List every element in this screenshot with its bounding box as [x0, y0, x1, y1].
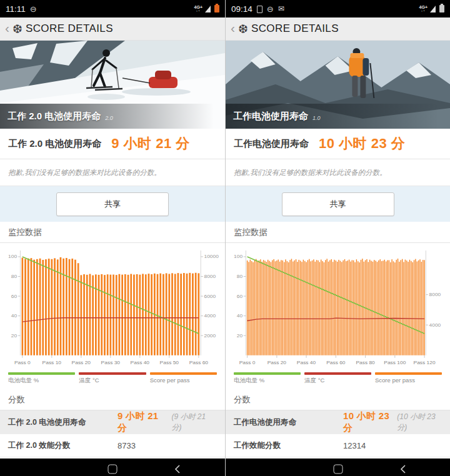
network-4g-icon: 4G+↓↑	[419, 5, 428, 12]
score-row-value-secondary: (10 小时 23 分)	[397, 412, 442, 433]
svg-text:Pass 40: Pass 40	[297, 360, 316, 365]
score-banner-value: 10 小时 23 分	[319, 134, 405, 153]
monitoring-section-title: 监控数据	[0, 222, 225, 243]
signal-strength-icon	[430, 6, 436, 12]
hero-image-ski: 工作 2.0 电池使用寿命 2.0	[0, 41, 225, 129]
battery-icon	[214, 5, 219, 12]
share-button[interactable]: 共享	[56, 192, 169, 216]
share-button[interactable]: 共享	[282, 192, 394, 216]
signal-strength-icon	[205, 6, 211, 12]
svg-text:Pass 30: Pass 30	[101, 360, 121, 365]
legend-temp: 温度 °C	[304, 372, 371, 390]
legend-battery: 电池电量 %	[234, 372, 301, 390]
legend-temp-swatch	[304, 372, 371, 375]
legend-temp: 温度 °C	[79, 372, 146, 390]
battery-icon	[439, 5, 444, 12]
legend-temp-label: 温度 °C	[304, 377, 371, 385]
scores-section-title: 分数	[226, 390, 450, 410]
no-data-note: 抱歉,我们没有足够的数据来对比此设备的分数。	[226, 159, 450, 186]
status-time: 11:11	[6, 4, 26, 14]
svg-text:Pass 0: Pass 0	[14, 360, 31, 365]
legend-score-swatch	[150, 372, 217, 375]
share-section: 共享	[226, 186, 450, 222]
score-row-value: 10 小时 23 分	[343, 410, 395, 434]
svg-text:20: 20	[11, 333, 18, 339]
legend-battery-swatch	[234, 372, 301, 375]
battery-monitor-chart: 2040608010040008000Pass 0Pass 20Pass 40P…	[228, 248, 448, 368]
svg-text:60: 60	[237, 294, 243, 299]
svg-text:Pass 40: Pass 40	[131, 360, 150, 365]
score-row-performance: 工作 2.0 效能分数 8733	[0, 434, 225, 457]
svg-text:8000: 8000	[204, 274, 216, 279]
share-section: 共享	[0, 186, 225, 222]
network-4g-icon: 4G+↓↑	[194, 5, 202, 12]
hero-version: 2.0	[105, 115, 113, 121]
status-time: 09:14	[231, 4, 252, 14]
status-right-cluster: 4G+↓↑	[419, 5, 444, 12]
svg-text:4000: 4000	[429, 322, 441, 328]
status-bar: 11:11 ⊖ 4G+↓↑	[0, 0, 225, 17]
svg-text:Pass 100: Pass 100	[384, 360, 406, 365]
battery-nub	[441, 4, 443, 5]
score-row-label: 工作 2.0 效能分数	[8, 440, 118, 451]
svg-text:100: 100	[8, 254, 17, 260]
chart-legend: 电池电量 % 温度 °C Score per pass	[226, 372, 450, 390]
battery-chart-container: 20406080100200040006000800010000Pass 0Pa…	[0, 243, 225, 372]
svg-text:Pass 20: Pass 20	[268, 360, 287, 365]
svg-text:40: 40	[11, 313, 18, 319]
svg-text:100: 100	[234, 254, 242, 260]
phone-screenshot-right: 09:14 ⊖ ✉ 4G+↓↑ ‹ ❆ SCORE DETAILS	[225, 0, 450, 476]
svg-text:Pass 0: Pass 0	[239, 360, 256, 365]
score-row-battery-life: 工作电池使用寿命 10 小时 23 分 (10 小时 23 分)	[226, 410, 450, 434]
legend-score: Score per pass	[375, 372, 442, 390]
hero-version: 1.0	[312, 115, 321, 121]
hero-overlay-title: 工作电池使用寿命	[233, 111, 308, 122]
score-banner-value: 9 小时 21 分	[111, 134, 190, 153]
score-row-value: 12314	[343, 441, 366, 450]
svg-text:6000: 6000	[204, 294, 216, 299]
legend-battery-swatch	[8, 372, 75, 375]
do-not-disturb-icon: ⊖	[30, 5, 37, 13]
svg-text:Pass 10: Pass 10	[42, 360, 62, 365]
nav-bar	[226, 459, 450, 476]
snowflake-icon: ❆	[12, 23, 22, 35]
app-header: ‹ ❆ SCORE DETAILS	[0, 17, 225, 41]
hero-overlay-title: 工作 2.0 电池使用寿命	[8, 111, 101, 122]
hero-overlay: 工作电池使用寿命 1.0	[226, 104, 450, 129]
back-button[interactable]: ‹	[231, 21, 235, 34]
score-row-label: 工作效能分数	[234, 440, 343, 451]
no-data-note: 抱歉,我们没有足够的数据来对比此设备的分数。	[0, 159, 225, 186]
legend-score-label: Score per pass	[150, 377, 217, 384]
svg-text:2000: 2000	[204, 333, 216, 339]
svg-text:Pass 60: Pass 60	[326, 360, 346, 365]
nav-bar	[0, 459, 225, 476]
home-button[interactable]	[108, 465, 118, 474]
legend-temp-label: 温度 °C	[79, 377, 146, 385]
svg-text:Pass 50: Pass 50	[160, 360, 179, 365]
app-header: ‹ ❆ SCORE DETAILS	[226, 17, 450, 41]
back-nav-button[interactable]	[399, 464, 407, 474]
snowflake-icon: ❆	[238, 23, 248, 35]
mail-icon: ✉	[278, 5, 284, 12]
score-row-label: 工作 2.0 电池使用寿命	[8, 417, 118, 428]
score-row-performance: 工作效能分数 12314	[226, 434, 450, 457]
status-bar: 09:14 ⊖ ✉ 4G+↓↑	[226, 0, 450, 17]
svg-text:Pass 80: Pass 80	[356, 360, 375, 365]
page-title: SCORE DETAILS	[26, 22, 113, 35]
score-row-label: 工作电池使用寿命	[234, 417, 343, 428]
back-chevron-icon	[174, 464, 181, 474]
svg-text:Pass 60: Pass 60	[189, 360, 209, 365]
legend-score-label: Score per pass	[375, 377, 442, 384]
svg-text:80: 80	[237, 274, 243, 279]
svg-text:Pass 120: Pass 120	[414, 360, 436, 365]
hero-image-hiker: 工作电池使用寿命 1.0	[226, 41, 450, 129]
score-row-value: 9 小时 21 分	[118, 410, 170, 434]
back-button[interactable]: ‹	[5, 21, 9, 34]
score-banner-label: 工作 2.0 电池使用寿命	[8, 138, 101, 150]
score-banner: 工作 2.0 电池使用寿命 9 小时 21 分	[0, 129, 225, 159]
back-chevron-icon	[399, 464, 407, 474]
home-button[interactable]	[333, 465, 342, 474]
legend-battery: 电池电量 %	[8, 372, 75, 390]
back-nav-button[interactable]	[174, 464, 181, 474]
page-title: SCORE DETAILS	[251, 22, 339, 35]
